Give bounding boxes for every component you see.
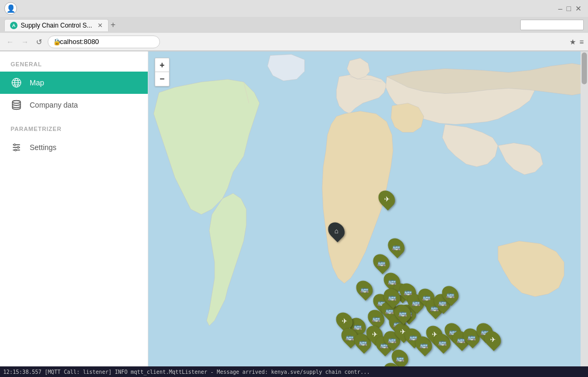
- sidebar-item-company-data[interactable]: Company data: [0, 94, 148, 116]
- menu-button[interactable]: ≡: [580, 38, 584, 46]
- status-bar: 12:15:38.557 [MQTT Call: listener] INFO …: [0, 366, 588, 377]
- parametrizer-section-label: PARAMETRIZER: [0, 116, 148, 136]
- map-marker-0[interactable]: ⌂: [329, 222, 344, 240]
- map-marker-40[interactable]: 🚌: [443, 285, 458, 303]
- tab-title: Supply Chain Control S...: [21, 22, 92, 29]
- scrollbar-thumb[interactable]: [582, 52, 587, 84]
- zoom-out-button[interactable]: −: [155, 72, 169, 86]
- app-container: GENERAL Map: [0, 51, 588, 377]
- browser-chrome: 👤 – □ ✕ Supply Chain Control S... ✕ + ← …: [0, 0, 588, 51]
- tab-favicon: [10, 22, 17, 29]
- map-marker-29[interactable]: 🚌: [395, 304, 410, 322]
- zoom-in-button[interactable]: +: [155, 58, 169, 72]
- map-marker-13[interactable]: ✈: [337, 312, 352, 330]
- minimize-button[interactable]: –: [556, 3, 565, 14]
- map-icon: [11, 77, 22, 89]
- svg-point-5: [13, 101, 21, 103]
- sidebar-item-settings[interactable]: Settings: [0, 136, 148, 159]
- map-marker-30[interactable]: 🚌: [385, 288, 399, 306]
- address-bar-row: ← → ↺ 🔒 ★ ≡: [0, 33, 588, 51]
- status-text: 12:15:38.557 [MQTT Call: listener] INFO …: [3, 369, 370, 375]
- map-marker-2[interactable]: 🚌: [389, 238, 404, 256]
- profile-icon[interactable]: 👤: [4, 2, 17, 15]
- scrollbar-track[interactable]: [581, 51, 588, 377]
- svg-point-9: [14, 144, 15, 145]
- map-area[interactable]: + − ⌂✈🚌🚌🚌🚌🚌🚌🚌🚌🚌🚌🚌✈🚌🚌✈🚌🚌✈🚌🚌✈🚌🚌🚌🚌🚌✈🚌🚌🚌🚌🚌🚌🚌…: [148, 51, 588, 377]
- bookmark-button[interactable]: ★: [569, 38, 576, 46]
- map-marker-28[interactable]: ✈: [485, 330, 500, 348]
- map-zoom-controls: + −: [155, 58, 170, 86]
- map-label: Map: [30, 78, 44, 87]
- address-input[interactable]: [48, 36, 160, 48]
- svg-point-10: [17, 146, 19, 148]
- company-data-label: Company data: [30, 101, 78, 109]
- tab-bar: Supply Chain Control S... ✕ +: [0, 17, 588, 33]
- sidebar-item-map[interactable]: Map: [0, 72, 148, 94]
- refresh-button[interactable]: ↺: [34, 37, 44, 47]
- url-search-bar[interactable]: [520, 20, 584, 30]
- title-bar: 👤 – □ ✕: [0, 0, 588, 17]
- forward-button[interactable]: →: [19, 37, 31, 47]
- active-tab[interactable]: Supply Chain Control S... ✕: [4, 19, 109, 31]
- close-button[interactable]: ✕: [573, 3, 584, 14]
- settings-label: Settings: [30, 143, 57, 152]
- map-marker-4[interactable]: 🚌: [357, 280, 372, 298]
- svg-point-11: [15, 149, 16, 151]
- maximize-button[interactable]: □: [565, 3, 573, 14]
- tab-close-button[interactable]: ✕: [97, 22, 103, 29]
- settings-icon: [11, 142, 22, 153]
- general-section-label: GENERAL: [0, 51, 148, 72]
- back-button[interactable]: ←: [4, 37, 16, 47]
- new-tab-button[interactable]: +: [111, 20, 115, 30]
- map-marker-3[interactable]: 🚌: [374, 253, 389, 271]
- sidebar: GENERAL Map: [0, 51, 148, 377]
- map-marker-1[interactable]: ✈: [379, 190, 394, 208]
- company-data-icon: [11, 99, 22, 111]
